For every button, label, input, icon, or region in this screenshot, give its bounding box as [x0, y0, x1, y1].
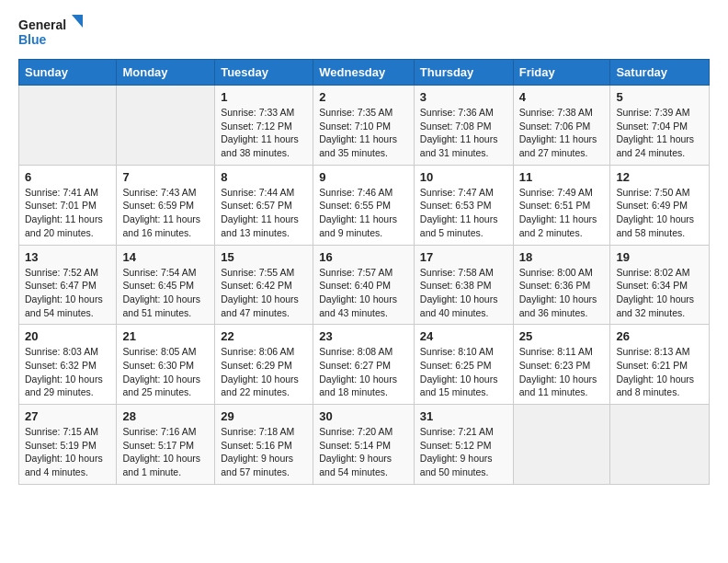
calendar-cell: 9Sunrise: 7:46 AM Sunset: 6:55 PM Daylig…	[313, 165, 415, 245]
day-number: 4	[519, 90, 605, 104]
day-number: 29	[221, 409, 307, 423]
calendar-cell: 22Sunrise: 8:06 AM Sunset: 6:29 PM Dayli…	[215, 325, 313, 405]
day-info: Sunrise: 7:16 AM Sunset: 5:17 PM Dayligh…	[122, 425, 209, 479]
day-info: Sunrise: 7:18 AM Sunset: 5:16 PM Dayligh…	[221, 425, 307, 479]
calendar-cell: 19Sunrise: 8:02 AM Sunset: 6:34 PM Dayli…	[610, 245, 710, 325]
day-info: Sunrise: 7:33 AM Sunset: 7:12 PM Dayligh…	[221, 106, 307, 160]
calendar-cell: 17Sunrise: 7:58 AM Sunset: 6:38 PM Dayli…	[414, 245, 513, 325]
calendar-cell: 31Sunrise: 7:21 AM Sunset: 5:12 PM Dayli…	[414, 405, 513, 485]
calendar-cell: 15Sunrise: 7:55 AM Sunset: 6:42 PM Dayli…	[215, 245, 313, 325]
day-number: 23	[319, 329, 408, 343]
calendar-cell: 6Sunrise: 7:41 AM Sunset: 7:01 PM Daylig…	[19, 165, 117, 245]
calendar-cell: 26Sunrise: 8:13 AM Sunset: 6:21 PM Dayli…	[610, 325, 710, 405]
day-number: 2	[319, 90, 408, 104]
day-number: 12	[616, 170, 703, 184]
day-info: Sunrise: 7:49 AM Sunset: 6:51 PM Dayligh…	[519, 186, 605, 240]
day-number: 19	[616, 250, 703, 264]
calendar-cell: 30Sunrise: 7:20 AM Sunset: 5:14 PM Dayli…	[313, 405, 415, 485]
day-number: 27	[25, 409, 110, 423]
day-info: Sunrise: 8:00 AM Sunset: 6:36 PM Dayligh…	[519, 266, 605, 320]
svg-text:General: General	[18, 17, 66, 32]
weekday-header-wednesday: Wednesday	[313, 60, 415, 86]
day-info: Sunrise: 8:11 AM Sunset: 6:23 PM Dayligh…	[519, 345, 605, 399]
calendar-cell: 12Sunrise: 7:50 AM Sunset: 6:49 PM Dayli…	[610, 165, 710, 245]
day-info: Sunrise: 7:15 AM Sunset: 5:19 PM Dayligh…	[25, 425, 110, 479]
day-number: 24	[420, 329, 507, 343]
calendar-cell: 2Sunrise: 7:35 AM Sunset: 7:10 PM Daylig…	[313, 86, 415, 166]
day-number: 20	[25, 329, 110, 343]
day-info: Sunrise: 7:47 AM Sunset: 6:53 PM Dayligh…	[420, 186, 507, 240]
calendar-cell: 3Sunrise: 7:36 AM Sunset: 7:08 PM Daylig…	[414, 86, 513, 166]
day-number: 3	[420, 90, 507, 104]
weekday-header-monday: Monday	[117, 60, 215, 86]
day-number: 21	[122, 329, 209, 343]
calendar-cell	[19, 86, 117, 166]
day-info: Sunrise: 7:46 AM Sunset: 6:55 PM Dayligh…	[319, 186, 408, 240]
day-number: 28	[122, 409, 209, 423]
weekday-header-thursday: Thursday	[414, 60, 513, 86]
logo: General Blue	[18, 15, 83, 50]
weekday-header-sunday: Sunday	[19, 60, 117, 86]
calendar-cell: 25Sunrise: 8:11 AM Sunset: 6:23 PM Dayli…	[513, 325, 610, 405]
day-info: Sunrise: 7:38 AM Sunset: 7:06 PM Dayligh…	[519, 106, 605, 160]
day-info: Sunrise: 8:08 AM Sunset: 6:27 PM Dayligh…	[319, 345, 408, 399]
calendar-cell: 14Sunrise: 7:54 AM Sunset: 6:45 PM Dayli…	[117, 245, 215, 325]
day-number: 18	[519, 250, 605, 264]
day-number: 17	[420, 250, 507, 264]
calendar-cell: 21Sunrise: 8:05 AM Sunset: 6:30 PM Dayli…	[117, 325, 215, 405]
calendar-cell: 28Sunrise: 7:16 AM Sunset: 5:17 PM Dayli…	[117, 405, 215, 485]
calendar-cell: 27Sunrise: 7:15 AM Sunset: 5:19 PM Dayli…	[19, 405, 117, 485]
calendar-cell	[117, 86, 215, 166]
day-number: 13	[25, 250, 110, 264]
day-info: Sunrise: 7:58 AM Sunset: 6:38 PM Dayligh…	[420, 266, 507, 320]
day-number: 1	[221, 90, 307, 104]
weekday-header-friday: Friday	[513, 60, 610, 86]
day-info: Sunrise: 8:05 AM Sunset: 6:30 PM Dayligh…	[122, 345, 209, 399]
day-info: Sunrise: 8:13 AM Sunset: 6:21 PM Dayligh…	[616, 345, 703, 399]
calendar-cell: 23Sunrise: 8:08 AM Sunset: 6:27 PM Dayli…	[313, 325, 415, 405]
day-number: 11	[519, 170, 605, 184]
day-number: 8	[221, 170, 307, 184]
day-info: Sunrise: 8:10 AM Sunset: 6:25 PM Dayligh…	[420, 345, 507, 399]
calendar-cell	[610, 405, 710, 485]
calendar-cell: 20Sunrise: 8:03 AM Sunset: 6:32 PM Dayli…	[19, 325, 117, 405]
calendar-cell: 11Sunrise: 7:49 AM Sunset: 6:51 PM Dayli…	[513, 165, 610, 245]
day-number: 14	[122, 250, 209, 264]
day-number: 10	[420, 170, 507, 184]
day-info: Sunrise: 7:43 AM Sunset: 6:59 PM Dayligh…	[122, 186, 209, 240]
day-info: Sunrise: 7:35 AM Sunset: 7:10 PM Dayligh…	[319, 106, 408, 160]
day-number: 30	[319, 409, 408, 423]
day-number: 7	[122, 170, 209, 184]
calendar-cell: 5Sunrise: 7:39 AM Sunset: 7:04 PM Daylig…	[610, 86, 710, 166]
day-info: Sunrise: 7:36 AM Sunset: 7:08 PM Dayligh…	[420, 106, 507, 160]
day-number: 16	[319, 250, 408, 264]
day-number: 15	[221, 250, 307, 264]
day-number: 26	[616, 329, 703, 343]
calendar-cell: 7Sunrise: 7:43 AM Sunset: 6:59 PM Daylig…	[117, 165, 215, 245]
day-info: Sunrise: 7:41 AM Sunset: 7:01 PM Dayligh…	[25, 186, 110, 240]
day-info: Sunrise: 7:54 AM Sunset: 6:45 PM Dayligh…	[122, 266, 209, 320]
day-info: Sunrise: 7:52 AM Sunset: 6:47 PM Dayligh…	[25, 266, 110, 320]
day-number: 22	[221, 329, 307, 343]
day-info: Sunrise: 7:55 AM Sunset: 6:42 PM Dayligh…	[221, 266, 307, 320]
calendar-cell: 29Sunrise: 7:18 AM Sunset: 5:16 PM Dayli…	[215, 405, 313, 485]
calendar-cell: 16Sunrise: 7:57 AM Sunset: 6:40 PM Dayli…	[313, 245, 415, 325]
svg-text:Blue: Blue	[18, 32, 47, 47]
day-number: 6	[25, 170, 110, 184]
day-number: 25	[519, 329, 605, 343]
day-info: Sunrise: 7:57 AM Sunset: 6:40 PM Dayligh…	[319, 266, 408, 320]
calendar-cell: 4Sunrise: 7:38 AM Sunset: 7:06 PM Daylig…	[513, 86, 610, 166]
calendar-cell: 8Sunrise: 7:44 AM Sunset: 6:57 PM Daylig…	[215, 165, 313, 245]
day-number: 9	[319, 170, 408, 184]
calendar-cell	[513, 405, 610, 485]
day-info: Sunrise: 7:39 AM Sunset: 7:04 PM Dayligh…	[616, 106, 703, 160]
day-info: Sunrise: 7:20 AM Sunset: 5:14 PM Dayligh…	[319, 425, 408, 479]
day-info: Sunrise: 8:03 AM Sunset: 6:32 PM Dayligh…	[25, 345, 110, 399]
day-info: Sunrise: 8:02 AM Sunset: 6:34 PM Dayligh…	[616, 266, 703, 320]
day-info: Sunrise: 7:44 AM Sunset: 6:57 PM Dayligh…	[221, 186, 307, 240]
day-number: 5	[616, 90, 703, 104]
svg-marker-2	[72, 15, 83, 28]
day-info: Sunrise: 8:06 AM Sunset: 6:29 PM Dayligh…	[221, 345, 307, 399]
logo-svg: General Blue	[18, 15, 83, 50]
day-info: Sunrise: 7:50 AM Sunset: 6:49 PM Dayligh…	[616, 186, 703, 240]
